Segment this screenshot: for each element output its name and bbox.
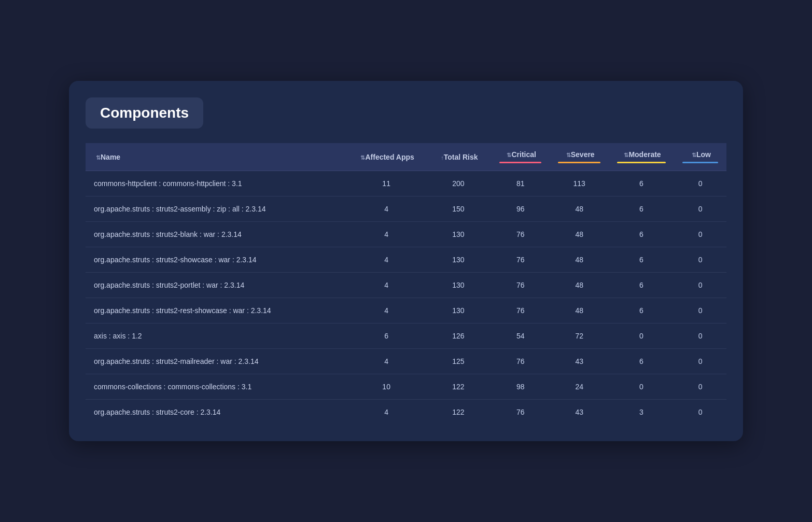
col-header-severe[interactable]: ⇅Severe bbox=[550, 143, 609, 171]
components-card: Components ⇅Name⇅Affected Apps↑Total Ris… bbox=[69, 81, 743, 441]
table-row: org.apache.struts : struts2-assembly : z… bbox=[86, 196, 726, 222]
col-header-total_risk[interactable]: ↑Total Risk bbox=[426, 143, 491, 171]
sort-icon[interactable]: ⇅ bbox=[360, 154, 365, 161]
cell-affected_apps: 6 bbox=[347, 323, 425, 349]
col-header-low[interactable]: ⇅Low bbox=[674, 143, 726, 171]
cell-moderate: 6 bbox=[609, 273, 674, 298]
cell-moderate: 0 bbox=[609, 374, 674, 400]
cell-name: commons-collections : commons-collection… bbox=[86, 374, 347, 400]
cell-severe: 43 bbox=[550, 349, 609, 374]
cell-affected_apps: 4 bbox=[347, 400, 425, 425]
cell-name: org.apache.struts : struts2-portlet : wa… bbox=[86, 273, 347, 298]
cell-critical: 76 bbox=[491, 298, 550, 323]
cell-total_risk: 150 bbox=[426, 196, 491, 222]
cell-affected_apps: 11 bbox=[347, 171, 425, 196]
cell-critical: 98 bbox=[491, 374, 550, 400]
sort-icon[interactable]: ⇅ bbox=[692, 152, 696, 159]
table-row: org.apache.struts : struts2-blank : war … bbox=[86, 222, 726, 247]
cell-name: org.apache.struts : struts2-core : 2.3.1… bbox=[86, 400, 347, 425]
cell-critical: 76 bbox=[491, 400, 550, 425]
cell-total_risk: 125 bbox=[426, 349, 491, 374]
cell-name: org.apache.struts : struts2-showcase : w… bbox=[86, 247, 347, 273]
cell-affected_apps: 4 bbox=[347, 196, 425, 222]
col-header-name[interactable]: ⇅Name bbox=[86, 143, 347, 171]
table-row: org.apache.struts : struts2-showcase : w… bbox=[86, 247, 726, 273]
cell-low: 0 bbox=[674, 222, 726, 247]
cell-low: 0 bbox=[674, 298, 726, 323]
cell-name: org.apache.struts : struts2-rest-showcas… bbox=[86, 298, 347, 323]
table-row: org.apache.struts : struts2-rest-showcas… bbox=[86, 298, 726, 323]
cell-low: 0 bbox=[674, 323, 726, 349]
table-row: commons-collections : commons-collection… bbox=[86, 374, 726, 400]
cell-name: org.apache.struts : struts2-mailreader :… bbox=[86, 349, 347, 374]
cell-moderate: 6 bbox=[609, 349, 674, 374]
cell-moderate: 6 bbox=[609, 196, 674, 222]
cell-severe: 48 bbox=[550, 273, 609, 298]
page-title: Components bbox=[100, 105, 189, 121]
cell-critical: 76 bbox=[491, 349, 550, 374]
cell-name: org.apache.struts : struts2-assembly : z… bbox=[86, 196, 347, 222]
cell-low: 0 bbox=[674, 273, 726, 298]
cell-total_risk: 126 bbox=[426, 323, 491, 349]
table-row: org.apache.struts : struts2-portlet : wa… bbox=[86, 273, 726, 298]
cell-name: org.apache.struts : struts2-blank : war … bbox=[86, 222, 347, 247]
col-header-affected_apps[interactable]: ⇅Affected Apps bbox=[347, 143, 425, 171]
table-row: org.apache.struts : struts2-mailreader :… bbox=[86, 349, 726, 374]
cell-total_risk: 130 bbox=[426, 247, 491, 273]
cell-affected_apps: 4 bbox=[347, 349, 425, 374]
cell-severe: 113 bbox=[550, 171, 609, 196]
cell-affected_apps: 10 bbox=[347, 374, 425, 400]
sort-icon[interactable]: ⇅ bbox=[624, 152, 628, 159]
cell-severe: 48 bbox=[550, 196, 609, 222]
cell-critical: 76 bbox=[491, 273, 550, 298]
cell-affected_apps: 4 bbox=[347, 273, 425, 298]
cell-total_risk: 130 bbox=[426, 222, 491, 247]
cell-low: 0 bbox=[674, 374, 726, 400]
table-row: commons-httpclient : commons-httpclient … bbox=[86, 171, 726, 196]
cell-moderate: 6 bbox=[609, 298, 674, 323]
cell-affected_apps: 4 bbox=[347, 222, 425, 247]
sort-icon[interactable]: ↑ bbox=[441, 154, 444, 161]
cell-moderate: 0 bbox=[609, 323, 674, 349]
cell-low: 0 bbox=[674, 247, 726, 273]
table-row: org.apache.struts : struts2-core : 2.3.1… bbox=[86, 400, 726, 425]
cell-name: axis : axis : 1.2 bbox=[86, 323, 347, 349]
sort-icon[interactable]: ⇅ bbox=[566, 152, 571, 159]
cell-name: commons-httpclient : commons-httpclient … bbox=[86, 171, 347, 196]
title-box: Components bbox=[86, 97, 203, 129]
cell-moderate: 3 bbox=[609, 400, 674, 425]
cell-severe: 72 bbox=[550, 323, 609, 349]
cell-critical: 76 bbox=[491, 247, 550, 273]
cell-critical: 96 bbox=[491, 196, 550, 222]
sort-icon[interactable]: ⇅ bbox=[96, 154, 101, 161]
cell-critical: 81 bbox=[491, 171, 550, 196]
cell-severe: 43 bbox=[550, 400, 609, 425]
cell-severe: 48 bbox=[550, 222, 609, 247]
cell-critical: 76 bbox=[491, 222, 550, 247]
cell-low: 0 bbox=[674, 171, 726, 196]
cell-severe: 24 bbox=[550, 374, 609, 400]
cell-total_risk: 122 bbox=[426, 374, 491, 400]
cell-critical: 54 bbox=[491, 323, 550, 349]
cell-low: 0 bbox=[674, 349, 726, 374]
cell-total_risk: 130 bbox=[426, 298, 491, 323]
cell-low: 0 bbox=[674, 196, 726, 222]
cell-total_risk: 200 bbox=[426, 171, 491, 196]
sort-icon[interactable]: ⇅ bbox=[507, 152, 511, 159]
cell-affected_apps: 4 bbox=[347, 247, 425, 273]
col-header-moderate[interactable]: ⇅Moderate bbox=[609, 143, 674, 171]
cell-moderate: 6 bbox=[609, 247, 674, 273]
cell-total_risk: 122 bbox=[426, 400, 491, 425]
cell-severe: 48 bbox=[550, 298, 609, 323]
cell-low: 0 bbox=[674, 400, 726, 425]
cell-total_risk: 130 bbox=[426, 273, 491, 298]
cell-affected_apps: 4 bbox=[347, 298, 425, 323]
col-header-critical[interactable]: ⇅Critical bbox=[491, 143, 550, 171]
table-row: axis : axis : 1.26126547200 bbox=[86, 323, 726, 349]
cell-moderate: 6 bbox=[609, 171, 674, 196]
cell-severe: 48 bbox=[550, 247, 609, 273]
components-table: ⇅Name⇅Affected Apps↑Total Risk⇅Critical⇅… bbox=[86, 143, 726, 425]
cell-moderate: 6 bbox=[609, 222, 674, 247]
